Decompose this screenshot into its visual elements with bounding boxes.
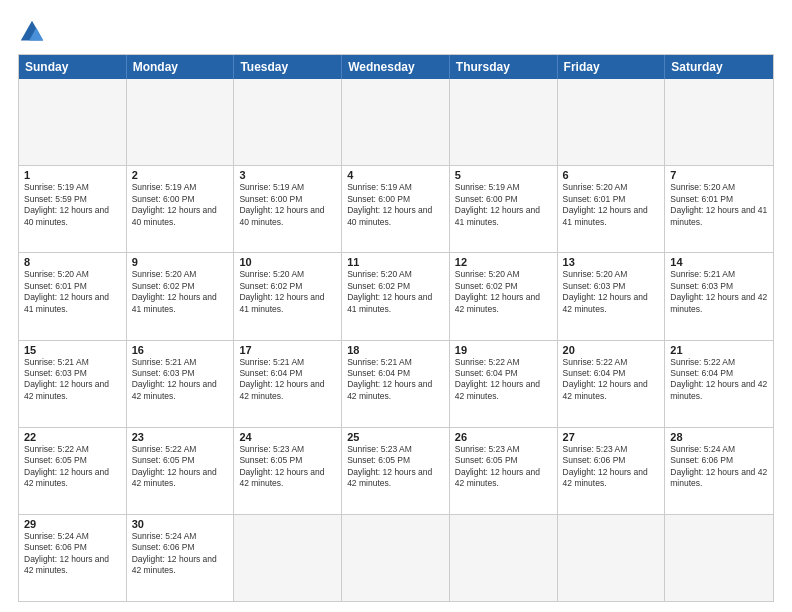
- cal-header-day: Friday: [558, 55, 666, 79]
- cal-cell: [234, 515, 342, 601]
- cal-cell: 18Sunrise: 5:21 AMSunset: 6:04 PMDayligh…: [342, 341, 450, 427]
- cal-cell: 10Sunrise: 5:20 AMSunset: 6:02 PMDayligh…: [234, 253, 342, 339]
- cal-cell: 19Sunrise: 5:22 AMSunset: 6:04 PMDayligh…: [450, 341, 558, 427]
- cal-cell: 30Sunrise: 5:24 AMSunset: 6:06 PMDayligh…: [127, 515, 235, 601]
- cell-info: Sunrise: 5:23 AMSunset: 6:05 PMDaylight:…: [239, 444, 336, 490]
- day-number: 21: [670, 344, 768, 356]
- day-number: 29: [24, 518, 121, 530]
- calendar: SundayMondayTuesdayWednesdayThursdayFrid…: [18, 54, 774, 602]
- cell-info: Sunrise: 5:19 AMSunset: 6:00 PMDaylight:…: [347, 182, 444, 228]
- day-number: 13: [563, 256, 660, 268]
- cal-cell: 22Sunrise: 5:22 AMSunset: 6:05 PMDayligh…: [19, 428, 127, 514]
- day-number: 16: [132, 344, 229, 356]
- calendar-header: SundayMondayTuesdayWednesdayThursdayFrid…: [19, 55, 773, 79]
- cal-cell: 9Sunrise: 5:20 AMSunset: 6:02 PMDaylight…: [127, 253, 235, 339]
- day-number: 28: [670, 431, 768, 443]
- cal-cell: 16Sunrise: 5:21 AMSunset: 6:03 PMDayligh…: [127, 341, 235, 427]
- cal-row: 22Sunrise: 5:22 AMSunset: 6:05 PMDayligh…: [19, 427, 773, 514]
- cal-header-day: Thursday: [450, 55, 558, 79]
- cal-cell: [450, 515, 558, 601]
- cal-header-day: Sunday: [19, 55, 127, 79]
- cell-info: Sunrise: 5:21 AMSunset: 6:04 PMDaylight:…: [347, 357, 444, 403]
- day-number: 6: [563, 169, 660, 181]
- cell-info: Sunrise: 5:20 AMSunset: 6:03 PMDaylight:…: [563, 269, 660, 315]
- cal-cell: [558, 515, 666, 601]
- cal-cell: 27Sunrise: 5:23 AMSunset: 6:06 PMDayligh…: [558, 428, 666, 514]
- day-number: 3: [239, 169, 336, 181]
- day-number: 10: [239, 256, 336, 268]
- cal-cell: 24Sunrise: 5:23 AMSunset: 6:05 PMDayligh…: [234, 428, 342, 514]
- cell-info: Sunrise: 5:20 AMSunset: 6:02 PMDaylight:…: [347, 269, 444, 315]
- cal-cell: 17Sunrise: 5:21 AMSunset: 6:04 PMDayligh…: [234, 341, 342, 427]
- cal-cell: 14Sunrise: 5:21 AMSunset: 6:03 PMDayligh…: [665, 253, 773, 339]
- cal-row: 8Sunrise: 5:20 AMSunset: 6:01 PMDaylight…: [19, 252, 773, 339]
- cal-cell: [665, 79, 773, 165]
- cell-info: Sunrise: 5:23 AMSunset: 6:06 PMDaylight:…: [563, 444, 660, 490]
- logo-icon: [18, 18, 46, 46]
- cell-info: Sunrise: 5:19 AMSunset: 5:59 PMDaylight:…: [24, 182, 121, 228]
- cal-cell: 26Sunrise: 5:23 AMSunset: 6:05 PMDayligh…: [450, 428, 558, 514]
- day-number: 8: [24, 256, 121, 268]
- cell-info: Sunrise: 5:22 AMSunset: 6:04 PMDaylight:…: [670, 357, 768, 403]
- day-number: 15: [24, 344, 121, 356]
- day-number: 25: [347, 431, 444, 443]
- day-number: 14: [670, 256, 768, 268]
- cal-cell: [558, 79, 666, 165]
- cal-row: 15Sunrise: 5:21 AMSunset: 6:03 PMDayligh…: [19, 340, 773, 427]
- day-number: 11: [347, 256, 444, 268]
- day-number: 19: [455, 344, 552, 356]
- cell-info: Sunrise: 5:19 AMSunset: 6:00 PMDaylight:…: [455, 182, 552, 228]
- cell-info: Sunrise: 5:20 AMSunset: 6:02 PMDaylight:…: [455, 269, 552, 315]
- cell-info: Sunrise: 5:20 AMSunset: 6:02 PMDaylight:…: [132, 269, 229, 315]
- cal-cell: [450, 79, 558, 165]
- day-number: 9: [132, 256, 229, 268]
- cell-info: Sunrise: 5:20 AMSunset: 6:01 PMDaylight:…: [563, 182, 660, 228]
- cell-info: Sunrise: 5:22 AMSunset: 6:05 PMDaylight:…: [24, 444, 121, 490]
- cal-cell: [234, 79, 342, 165]
- cal-cell: 21Sunrise: 5:22 AMSunset: 6:04 PMDayligh…: [665, 341, 773, 427]
- cal-cell: 23Sunrise: 5:22 AMSunset: 6:05 PMDayligh…: [127, 428, 235, 514]
- day-number: 30: [132, 518, 229, 530]
- day-number: 18: [347, 344, 444, 356]
- cell-info: Sunrise: 5:20 AMSunset: 6:01 PMDaylight:…: [670, 182, 768, 228]
- cal-cell: [127, 79, 235, 165]
- page: SundayMondayTuesdayWednesdayThursdayFrid…: [0, 0, 792, 612]
- cal-cell: 11Sunrise: 5:20 AMSunset: 6:02 PMDayligh…: [342, 253, 450, 339]
- cell-info: Sunrise: 5:19 AMSunset: 6:00 PMDaylight:…: [132, 182, 229, 228]
- day-number: 4: [347, 169, 444, 181]
- cal-cell: 4Sunrise: 5:19 AMSunset: 6:00 PMDaylight…: [342, 166, 450, 252]
- cell-info: Sunrise: 5:22 AMSunset: 6:04 PMDaylight:…: [455, 357, 552, 403]
- day-number: 23: [132, 431, 229, 443]
- cell-info: Sunrise: 5:24 AMSunset: 6:06 PMDaylight:…: [132, 531, 229, 577]
- cal-cell: 15Sunrise: 5:21 AMSunset: 6:03 PMDayligh…: [19, 341, 127, 427]
- cal-cell: 1Sunrise: 5:19 AMSunset: 5:59 PMDaylight…: [19, 166, 127, 252]
- cal-cell: 7Sunrise: 5:20 AMSunset: 6:01 PMDaylight…: [665, 166, 773, 252]
- day-number: 26: [455, 431, 552, 443]
- cal-cell: 5Sunrise: 5:19 AMSunset: 6:00 PMDaylight…: [450, 166, 558, 252]
- cell-info: Sunrise: 5:21 AMSunset: 6:04 PMDaylight:…: [239, 357, 336, 403]
- cell-info: Sunrise: 5:23 AMSunset: 6:05 PMDaylight:…: [347, 444, 444, 490]
- cal-cell: [665, 515, 773, 601]
- cal-cell: 13Sunrise: 5:20 AMSunset: 6:03 PMDayligh…: [558, 253, 666, 339]
- cal-cell: 28Sunrise: 5:24 AMSunset: 6:06 PMDayligh…: [665, 428, 773, 514]
- logo: [18, 18, 50, 46]
- cell-info: Sunrise: 5:21 AMSunset: 6:03 PMDaylight:…: [24, 357, 121, 403]
- cal-cell: [19, 79, 127, 165]
- cell-info: Sunrise: 5:20 AMSunset: 6:02 PMDaylight:…: [239, 269, 336, 315]
- day-number: 7: [670, 169, 768, 181]
- cell-info: Sunrise: 5:22 AMSunset: 6:04 PMDaylight:…: [563, 357, 660, 403]
- day-number: 24: [239, 431, 336, 443]
- cell-info: Sunrise: 5:21 AMSunset: 6:03 PMDaylight:…: [132, 357, 229, 403]
- cal-cell: 20Sunrise: 5:22 AMSunset: 6:04 PMDayligh…: [558, 341, 666, 427]
- cell-info: Sunrise: 5:23 AMSunset: 6:05 PMDaylight:…: [455, 444, 552, 490]
- cell-info: Sunrise: 5:24 AMSunset: 6:06 PMDaylight:…: [670, 444, 768, 490]
- cell-info: Sunrise: 5:21 AMSunset: 6:03 PMDaylight:…: [670, 269, 768, 315]
- cal-header-day: Wednesday: [342, 55, 450, 79]
- day-number: 27: [563, 431, 660, 443]
- cal-cell: 2Sunrise: 5:19 AMSunset: 6:00 PMDaylight…: [127, 166, 235, 252]
- day-number: 1: [24, 169, 121, 181]
- cal-row: 1Sunrise: 5:19 AMSunset: 5:59 PMDaylight…: [19, 165, 773, 252]
- day-number: 20: [563, 344, 660, 356]
- day-number: 12: [455, 256, 552, 268]
- cal-row: [19, 79, 773, 165]
